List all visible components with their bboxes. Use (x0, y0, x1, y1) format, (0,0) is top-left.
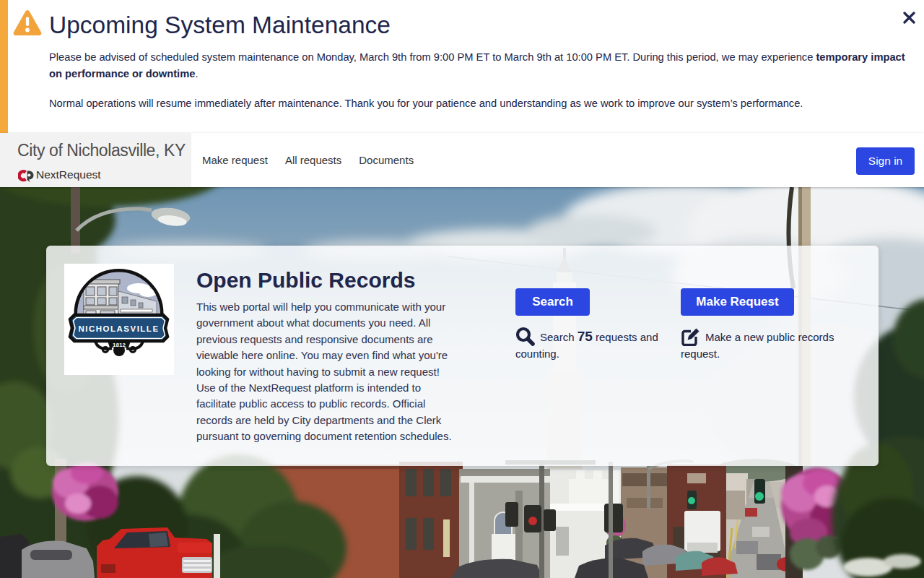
svg-text:NICHOLASVILLE: NICHOLASVILLE (78, 324, 159, 333)
svg-text:1812: 1812 (113, 342, 126, 348)
